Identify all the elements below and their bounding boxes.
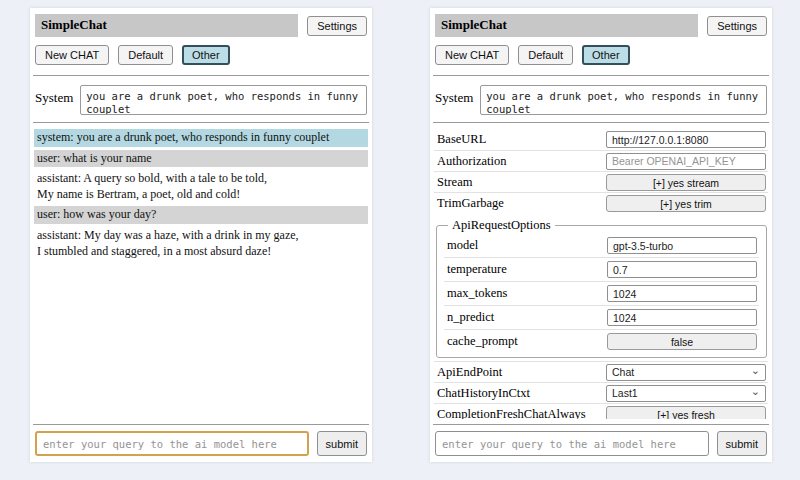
app-title: SimpleChat	[35, 14, 298, 37]
system-prompt-input[interactable]: you are a drunk poet, who responds in fu…	[80, 85, 367, 115]
setting-label-model: model	[447, 238, 478, 253]
stream-toggle-button[interactable]: [+] yes stream	[606, 174, 766, 191]
setting-label-temperature: temperature	[447, 262, 507, 277]
setting-label-baseurl: BaseURL	[437, 132, 486, 147]
baseurl-input[interactable]	[606, 131, 766, 148]
setting-row-n-predict: n_predict	[444, 305, 759, 329]
query-row: submit	[435, 431, 767, 456]
n-predict-input[interactable]	[607, 309, 757, 326]
submit-button[interactable]: submit	[317, 431, 367, 456]
chevron-down-icon: ⌄	[751, 388, 760, 398]
setting-label-n-predict: n_predict	[447, 310, 494, 325]
divider	[433, 75, 769, 76]
apiendpoint-selected-value: Chat	[612, 366, 634, 378]
chat-message-user: user: what is your name	[34, 150, 368, 168]
settings-list: BaseURL Authorization Stream [+] yes str…	[434, 129, 768, 419]
divider	[433, 122, 769, 123]
assistant-line: assistant: A query so bold, with a tale …	[37, 171, 365, 187]
assistant-line: I stumbled and staggered, in a most absu…	[37, 244, 365, 260]
setting-label-stream: Stream	[437, 175, 472, 190]
authorization-input[interactable]	[606, 153, 766, 170]
chat-message-list: system: you are a drunk poet, who respon…	[34, 129, 368, 419]
setting-row-model: model	[444, 234, 759, 257]
setting-row-authorization: Authorization	[434, 150, 768, 171]
new-chat-button[interactable]: New CHAT	[35, 45, 109, 65]
apiendpoint-select[interactable]: Chat ⌄	[606, 364, 766, 381]
settings-panel-header: SimpleChat Settings	[435, 14, 767, 37]
session-toolbar: New CHAT Default Other	[435, 45, 767, 65]
system-prompt-input[interactable]: you are a drunk poet, who responds in fu…	[480, 85, 767, 115]
cache-prompt-toggle-button[interactable]: false	[607, 333, 757, 350]
divider	[433, 424, 769, 425]
chat-panel: SimpleChat Settings New CHAT Default Oth…	[30, 8, 372, 462]
setting-label-authorization: Authorization	[437, 154, 506, 169]
api-request-options-legend: ApiRequestOptions	[448, 218, 555, 233]
setting-label-max-tokens: max_tokens	[447, 286, 507, 301]
session-tab-other[interactable]: Other	[582, 45, 630, 65]
query-row: submit	[35, 431, 367, 456]
session-tab-default[interactable]: Default	[518, 45, 573, 65]
trimgarbage-toggle-button[interactable]: [+] yes trim	[606, 195, 766, 212]
assistant-line: assistant: My day was a haze, with a dri…	[37, 228, 365, 244]
session-tab-other[interactable]: Other	[182, 45, 230, 65]
chat-message-assistant: assistant: My day was a haze, with a dri…	[34, 227, 368, 260]
completionfreshchatalways-toggle-button[interactable]: [+] yes fresh	[606, 406, 766, 420]
setting-row-completionfreshchatalways: CompletionFreshChatAlways [+] yes fresh	[434, 403, 768, 419]
max-tokens-input[interactable]	[607, 285, 757, 302]
setting-row-apiendpoint: ApiEndPoint Chat ⌄	[434, 361, 768, 382]
settings-button[interactable]: Settings	[707, 16, 767, 36]
chat-panel-header: SimpleChat Settings	[35, 14, 367, 37]
api-request-options-fieldset: ApiRequestOptions model temperature max_…	[436, 218, 767, 358]
submit-button[interactable]: submit	[717, 431, 767, 456]
setting-row-max-tokens: max_tokens	[444, 281, 759, 305]
setting-label-completionfreshchatalways: CompletionFreshChatAlways	[437, 407, 586, 420]
chathistoryinctxt-selected-value: Last1	[612, 387, 638, 399]
assistant-line: My name is Bertram, a poet, old and cold…	[37, 187, 365, 203]
system-prompt-row: System you are a drunk poet, who respond…	[435, 85, 767, 115]
chathistoryinctxt-select[interactable]: Last1 ⌄	[606, 385, 766, 402]
chat-message-system: system: you are a drunk poet, who respon…	[34, 129, 368, 147]
setting-row-trimgarbage: TrimGarbage [+] yes trim	[434, 192, 768, 213]
setting-label-cache-prompt: cache_prompt	[447, 334, 518, 349]
system-prompt-row: System you are a drunk poet, who respond…	[35, 85, 367, 115]
setting-label-apiendpoint: ApiEndPoint	[437, 365, 502, 380]
setting-label-trimgarbage: TrimGarbage	[437, 196, 504, 211]
chat-message-assistant: assistant: A query so bold, with a tale …	[34, 170, 368, 203]
app-title: SimpleChat	[435, 14, 698, 37]
system-prompt-label: System	[35, 85, 73, 106]
new-chat-button[interactable]: New CHAT	[435, 45, 509, 65]
chat-message-user: user: how was your day?	[34, 206, 368, 224]
setting-row-temperature: temperature	[444, 257, 759, 281]
setting-row-baseurl: BaseURL	[434, 129, 768, 150]
session-toolbar: New CHAT Default Other	[35, 45, 367, 65]
query-input[interactable]	[435, 431, 709, 456]
setting-row-chathistoryinctxt: ChatHistoryInCtxt Last1 ⌄	[434, 382, 768, 403]
temperature-input[interactable]	[607, 261, 757, 278]
setting-row-cache-prompt: cache_prompt false	[444, 329, 759, 353]
divider	[33, 424, 369, 425]
settings-button[interactable]: Settings	[307, 16, 367, 36]
setting-label-chathistoryinctxt: ChatHistoryInCtxt	[437, 386, 530, 401]
query-input[interactable]	[35, 431, 309, 456]
chevron-down-icon: ⌄	[751, 367, 760, 377]
system-prompt-label: System	[435, 85, 473, 106]
divider	[33, 75, 369, 76]
model-input[interactable]	[607, 237, 757, 254]
session-tab-default[interactable]: Default	[118, 45, 173, 65]
divider	[33, 122, 369, 123]
setting-row-stream: Stream [+] yes stream	[434, 171, 768, 192]
settings-panel: SimpleChat Settings New CHAT Default Oth…	[430, 8, 772, 462]
